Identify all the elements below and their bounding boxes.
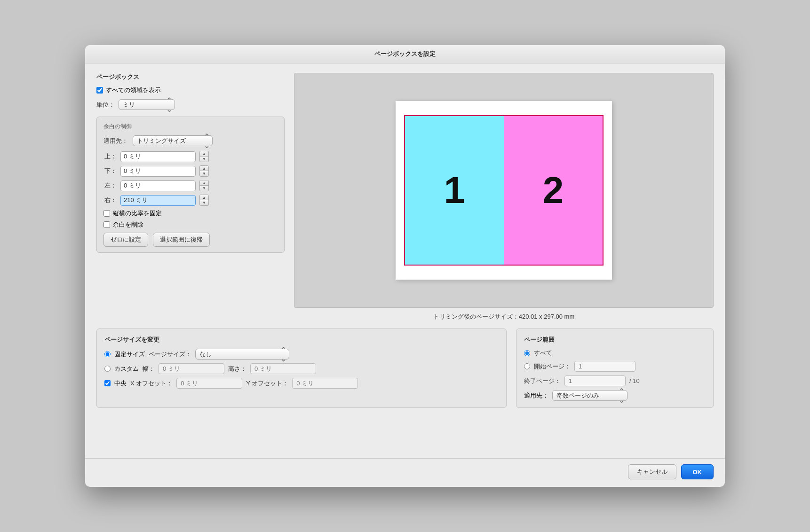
bottom-label: 下： bbox=[103, 167, 117, 175]
unit-select-wrapper: ミリ インチ ⌃⌄ bbox=[119, 99, 175, 110]
end-page-row: 終了ページ： / 10 bbox=[524, 376, 706, 386]
page-size-select-wrapper: なし A4 A3 レター ⌃⌄ bbox=[195, 349, 289, 360]
custom-size-radio[interactable] bbox=[104, 366, 111, 372]
left-spinner-down[interactable]: ▼ bbox=[200, 186, 208, 191]
apply-to2-label: 適用先： bbox=[524, 391, 548, 400]
height-input[interactable] bbox=[250, 363, 316, 374]
preview-inner: 1 2 bbox=[404, 115, 604, 266]
page-size-select[interactable]: なし A4 A3 レター bbox=[195, 349, 289, 360]
y-offset-label: Y オフセット： bbox=[246, 379, 288, 388]
apply-to2-row: 適用先： 奇数ページのみ 偶数ページのみ すべてのページ ⌃⌄ bbox=[524, 390, 706, 401]
bottom-field-row: 下： ▲ ▼ bbox=[103, 165, 278, 177]
all-pages-radio[interactable] bbox=[524, 350, 530, 356]
dialog-footer: キャンセル OK bbox=[85, 458, 725, 487]
ok-button[interactable]: OK bbox=[681, 464, 714, 479]
left-label: 左： bbox=[103, 181, 117, 190]
page-size-panel: ページサイズを変更 固定サイズ ページサイズ： なし A4 A3 レター ⌃⌄ bbox=[96, 329, 507, 408]
top-spinner-down[interactable]: ▼ bbox=[200, 156, 208, 162]
center-label: 中央 bbox=[114, 379, 127, 388]
restore-button[interactable]: 選択範囲に復帰 bbox=[153, 233, 210, 247]
height-label: 高さ： bbox=[228, 365, 246, 373]
x-offset-label: X オフセット： bbox=[130, 379, 173, 388]
right-label: 右： bbox=[103, 196, 117, 204]
dialog-title: ページボックスを設定 bbox=[85, 45, 725, 63]
top-spinner-up[interactable]: ▲ bbox=[200, 151, 208, 156]
bottom-spinner-up[interactable]: ▲ bbox=[200, 166, 208, 171]
preview-container: 1 2 bbox=[294, 73, 714, 308]
y-offset-input[interactable] bbox=[292, 378, 358, 389]
dialog: ページボックスを設定 ページボックス すべての領域を表示 単位： ミリ インチ bbox=[85, 45, 725, 487]
fixed-size-row: 固定サイズ ページサイズ： なし A4 A3 レター ⌃⌄ bbox=[104, 349, 499, 360]
page-range-panel: ページ範囲 すべて 開始ページ： 終了ページ： / 10 bbox=[516, 329, 714, 408]
center-offset-row: 中央 X オフセット： Y オフセット： bbox=[104, 378, 499, 389]
delete-margin-label: 余白を削除 bbox=[113, 220, 143, 229]
top-field-row: 上： ▲ ▼ bbox=[103, 151, 278, 162]
width-input[interactable] bbox=[159, 363, 224, 374]
preview-panel: 1 2 トリミング後のページサイズ：420.01 x 297.00 mm bbox=[294, 73, 714, 321]
delete-margin-checkbox[interactable] bbox=[103, 221, 110, 228]
all-pages-row: すべて bbox=[524, 349, 706, 357]
custom-size-row: カスタム 幅： 高さ： bbox=[104, 363, 499, 374]
cancel-button[interactable]: キャンセル bbox=[628, 464, 676, 479]
total-pages-label: / 10 bbox=[629, 377, 640, 384]
right-field-row: 右： ▲ ▼ bbox=[103, 195, 278, 206]
page-range-section-label: ページ範囲 bbox=[524, 336, 706, 344]
fixed-size-radio[interactable] bbox=[104, 351, 111, 357]
bottom-section: ページサイズを変更 固定サイズ ページサイズ： なし A4 A3 レター ⌃⌄ bbox=[96, 329, 714, 408]
top-label: 上： bbox=[103, 152, 117, 161]
set-zero-button[interactable]: ゼロに設定 bbox=[103, 233, 148, 247]
unit-select[interactable]: ミリ インチ bbox=[119, 99, 175, 110]
page-size-section-label: ページサイズを変更 bbox=[104, 336, 499, 344]
center-checkbox[interactable] bbox=[104, 380, 111, 386]
start-page-radio[interactable] bbox=[524, 363, 530, 369]
apply-to-label: 適用先： bbox=[103, 137, 128, 145]
all-pages-label: すべて bbox=[534, 349, 552, 357]
preview-page-2: 2 bbox=[504, 116, 603, 265]
preview-caption: トリミング後のページサイズ：420.01 x 297.00 mm bbox=[433, 313, 575, 321]
left-field-row: 左： ▲ ▼ bbox=[103, 180, 278, 191]
page-size-label: ページサイズ： bbox=[149, 350, 191, 359]
unit-label: 単位： bbox=[96, 101, 115, 109]
top-input[interactable] bbox=[120, 151, 196, 162]
right-spinner[interactable]: ▲ ▼ bbox=[199, 195, 209, 206]
custom-label: カスタム bbox=[114, 365, 139, 373]
preview-page-1: 1 bbox=[405, 116, 504, 265]
end-page-input[interactable] bbox=[564, 376, 626, 386]
end-page-label: 終了ページ： bbox=[524, 377, 561, 385]
margin-section-title: 余白の制御 bbox=[103, 123, 278, 131]
top-spinner[interactable]: ▲ ▼ bbox=[199, 151, 209, 162]
start-page-input[interactable] bbox=[574, 361, 635, 372]
start-page-row: 開始ページ： bbox=[524, 361, 706, 372]
apply-to-select[interactable]: トリミングサイズ メディアサイズ 仕上がりサイズ アートボード bbox=[133, 135, 213, 146]
x-offset-input[interactable] bbox=[176, 378, 242, 389]
right-spinner-up[interactable]: ▲ bbox=[200, 195, 208, 200]
margin-section: 余白の制御 適用先： トリミングサイズ メディアサイズ 仕上がりサイズ アートボ… bbox=[96, 117, 285, 253]
fix-ratio-label: 縦横の比率を固定 bbox=[113, 209, 162, 218]
fix-ratio-checkbox[interactable] bbox=[103, 210, 110, 217]
fixed-size-label: 固定サイズ bbox=[114, 350, 145, 359]
apply-to2-select[interactable]: 奇数ページのみ 偶数ページのみ すべてのページ bbox=[552, 390, 627, 401]
bottom-spinner[interactable]: ▲ ▼ bbox=[199, 165, 209, 177]
bottom-spinner-down[interactable]: ▼ bbox=[200, 171, 208, 176]
apply-to2-select-wrapper: 奇数ページのみ 偶数ページのみ すべてのページ ⌃⌄ bbox=[552, 390, 627, 401]
bottom-input[interactable] bbox=[120, 166, 196, 177]
start-page-label: 開始ページ： bbox=[534, 362, 571, 371]
width-label: 幅： bbox=[143, 365, 155, 373]
right-spinner-down[interactable]: ▼ bbox=[200, 200, 208, 205]
page-box-section-label: ページボックス bbox=[96, 73, 285, 81]
left-spinner[interactable]: ▲ ▼ bbox=[199, 180, 209, 191]
apply-to-select-wrapper: トリミングサイズ メディアサイズ 仕上がりサイズ アートボード ⌃⌄ bbox=[133, 135, 213, 146]
left-input[interactable] bbox=[120, 180, 196, 191]
show-all-checkbox[interactable] bbox=[96, 87, 103, 94]
preview-page: 1 2 bbox=[396, 101, 612, 280]
left-spinner-up[interactable]: ▲ bbox=[200, 180, 208, 186]
show-all-label: すべての領域を表示 bbox=[106, 86, 161, 94]
right-input[interactable] bbox=[120, 195, 196, 206]
